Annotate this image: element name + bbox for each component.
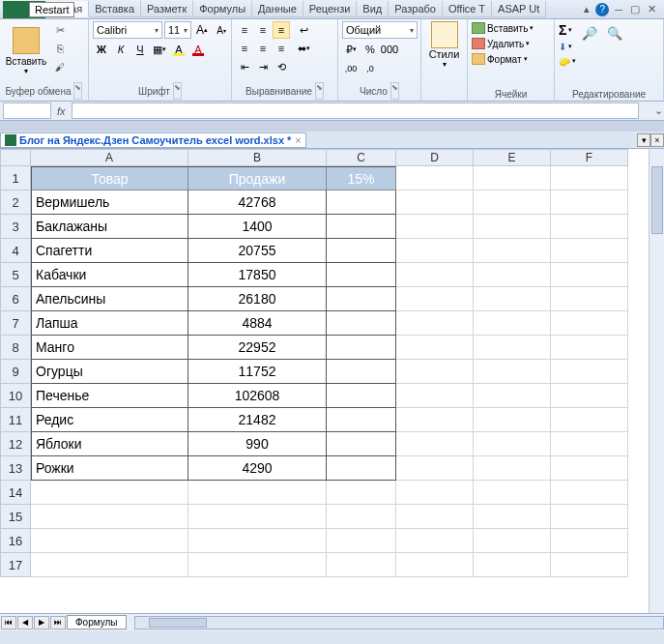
tab-layout[interactable]: Разметк (141, 1, 193, 17)
cell[interactable]: 1400 (188, 215, 327, 239)
find-select-button[interactable]: 🔍 (603, 21, 626, 44)
cell[interactable]: 20755 (188, 239, 327, 263)
cell[interactable] (474, 215, 551, 239)
cell[interactable]: Вермишель (31, 190, 188, 215)
increase-indent-button[interactable]: ⇥ (254, 58, 272, 75)
row-header[interactable]: 15 (0, 505, 31, 529)
autosum-button[interactable]: Σ▾ (559, 21, 576, 39)
align-center-button[interactable]: ≡ (254, 40, 272, 57)
cell[interactable] (551, 408, 628, 432)
row-header[interactable]: 4 (0, 239, 31, 263)
cell[interactable]: Яблоки (31, 432, 188, 456)
cell[interactable]: Манго (31, 336, 188, 360)
cell[interactable] (551, 481, 628, 505)
fill-button[interactable]: ▾ (559, 40, 576, 53)
cell[interactable] (396, 456, 474, 481)
first-sheet-button[interactable]: ⏮ (1, 616, 16, 629)
align-dialog-icon[interactable]: ⬊ (315, 82, 324, 100)
cell[interactable] (474, 481, 551, 505)
align-top-button[interactable]: ≡ (236, 21, 253, 39)
cell[interactable] (551, 263, 628, 287)
underline-button[interactable]: Ч (131, 41, 149, 58)
row-header[interactable]: 1 (0, 166, 31, 190)
cell[interactable] (474, 553, 551, 577)
cell[interactable] (396, 505, 474, 529)
column-header[interactable]: E (474, 149, 551, 166)
cell[interactable] (551, 456, 628, 481)
cell[interactable]: Спагетти (31, 239, 188, 263)
cell[interactable]: 102608 (188, 384, 327, 408)
grow-font-button[interactable]: A▴ (193, 21, 211, 39)
cell[interactable]: 42768 (188, 190, 327, 215)
currency-button[interactable]: ₽▾ (342, 41, 360, 58)
tab-officetab[interactable]: Office T (443, 1, 492, 17)
row-header[interactable]: 9 (0, 360, 31, 384)
cut-button[interactable] (50, 21, 70, 39)
cell[interactable] (474, 505, 551, 529)
cell[interactable]: 990 (188, 432, 327, 456)
row-header[interactable]: 6 (0, 287, 31, 311)
cell[interactable] (474, 360, 551, 384)
cell[interactable] (551, 166, 628, 190)
row-header[interactable]: 13 (0, 456, 31, 481)
cell[interactable] (396, 336, 474, 360)
styles-button[interactable]: Стили ▾ (425, 21, 463, 81)
cell[interactable] (474, 190, 551, 215)
font-size-combo[interactable]: 11▾ (164, 21, 191, 39)
cell[interactable] (188, 481, 327, 505)
tab-data[interactable]: Данные (252, 1, 303, 17)
cell[interactable] (474, 408, 551, 432)
decrease-decimal-button[interactable]: ,0 (361, 60, 379, 77)
cell[interactable] (474, 384, 551, 408)
decrease-indent-button[interactable]: ⇤ (236, 58, 253, 75)
row-header[interactable]: 11 (0, 408, 31, 432)
cell[interactable]: Апельсины (31, 287, 188, 311)
number-dialog-icon[interactable]: ⬊ (390, 82, 399, 100)
paste-button[interactable]: Вставить ▾ (4, 21, 48, 81)
cell[interactable] (396, 311, 474, 336)
cell[interactable] (327, 263, 396, 287)
cell[interactable]: 21482 (188, 408, 327, 432)
cell[interactable]: 17850 (188, 263, 327, 287)
next-sheet-button[interactable]: ▶ (34, 616, 49, 629)
cell[interactable] (327, 408, 396, 432)
row-header[interactable]: 10 (0, 384, 31, 408)
formula-input[interactable] (72, 102, 639, 119)
column-header[interactable]: F (551, 149, 628, 166)
cell[interactable] (551, 287, 628, 311)
row-header[interactable]: 5 (0, 263, 31, 287)
select-all-corner[interactable] (0, 149, 31, 166)
cell[interactable] (396, 481, 474, 505)
vertical-scrollbar[interactable] (649, 149, 664, 613)
orientation-button[interactable]: ⟲ (273, 58, 290, 75)
comma-button[interactable]: 000 (381, 41, 398, 58)
delete-cells-button[interactable]: Удалить ▾ (472, 37, 530, 50)
minimize-icon[interactable]: ─ (613, 4, 624, 15)
cell[interactable] (327, 553, 396, 577)
cell[interactable] (396, 166, 474, 190)
restart-button[interactable]: Restart (29, 2, 74, 17)
cell[interactable] (551, 336, 628, 360)
cell[interactable]: Лапша (31, 311, 188, 336)
horizontal-scroll-thumb[interactable] (149, 618, 207, 628)
cell[interactable] (396, 239, 474, 263)
cell[interactable] (31, 505, 188, 529)
help-icon[interactable]: ? (595, 3, 609, 16)
tab-formulas[interactable]: Формулы (193, 1, 252, 17)
cell[interactable] (551, 553, 628, 577)
cell[interactable] (396, 432, 474, 456)
font-color-button[interactable]: A (189, 41, 207, 58)
row-header[interactable]: 7 (0, 311, 31, 336)
cell[interactable]: 22952 (188, 336, 327, 360)
cell[interactable]: Товар (31, 166, 188, 190)
column-header[interactable]: D (396, 149, 474, 166)
expand-formula-bar[interactable]: ⌄ (652, 104, 664, 117)
prev-sheet-button[interactable]: ◀ (17, 616, 33, 629)
cell[interactable] (396, 553, 474, 577)
cell[interactable]: Рожки (31, 456, 188, 481)
cell[interactable] (551, 384, 628, 408)
cell[interactable] (396, 384, 474, 408)
column-header[interactable]: B (188, 149, 327, 166)
cell[interactable] (551, 432, 628, 456)
clipboard-dialog-icon[interactable]: ⬊ (73, 82, 82, 100)
